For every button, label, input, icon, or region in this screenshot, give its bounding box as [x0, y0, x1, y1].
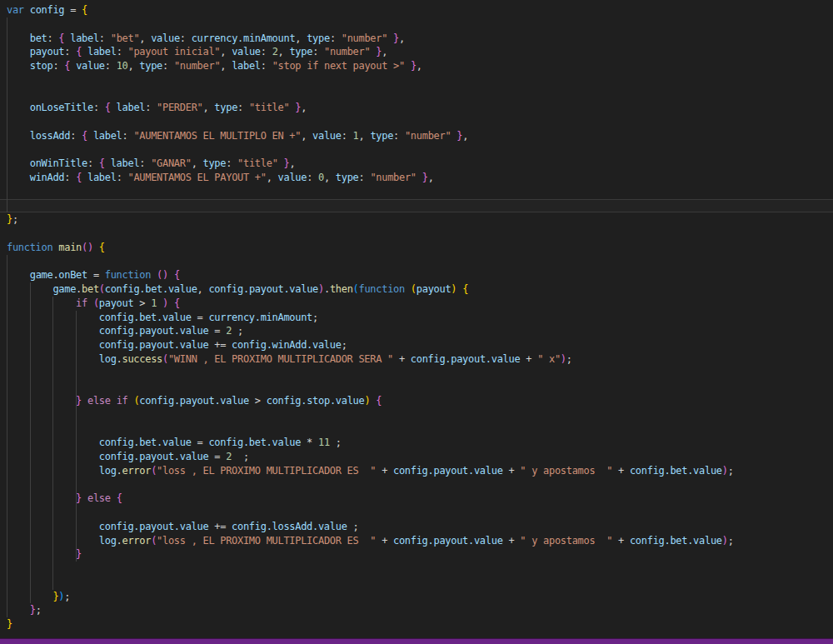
indent-guide: [7, 17, 7, 213]
code-line[interactable]: config.payout.value = 2 ;: [0, 324, 833, 338]
code-line[interactable]: if (payout > 1 ) {: [0, 297, 833, 311]
code-line[interactable]: onLoseTitle: { label: "PERDER", type: "t…: [0, 101, 833, 115]
code-line[interactable]: [0, 185, 833, 199]
code-line[interactable]: function main() {: [0, 241, 833, 255]
code-line[interactable]: [0, 115, 833, 129]
code-line[interactable]: [0, 562, 833, 576]
code-line[interactable]: [0, 576, 833, 590]
code-line[interactable]: stop: { value: 10, type: "number", label…: [0, 59, 833, 73]
code-line[interactable]: log.error("loss , EL PROXIMO MULTIPLICAD…: [0, 534, 833, 548]
indent-guide: [7, 255, 7, 618]
code-line[interactable]: config.bet.value = config.bet.value * 11…: [0, 436, 833, 450]
code-line[interactable]: } else if (config.payout.value > config.…: [0, 394, 833, 408]
code-line[interactable]: };: [0, 603, 833, 617]
code-line[interactable]: [0, 255, 833, 269]
code-line[interactable]: } else {: [0, 492, 833, 506]
code-line[interactable]: config.payout.value = 2 ;: [0, 450, 833, 464]
status-bar[interactable]: [0, 638, 833, 644]
code-line[interactable]: log.success("WINN , EL PROXIMO MULTIPLIC…: [0, 352, 833, 367]
code-line[interactable]: payout: { label: "payout inicial", value…: [0, 45, 833, 59]
indent-guide: [30, 282, 31, 603]
code-line[interactable]: [0, 17, 833, 32]
code-line[interactable]: log.error("loss , EL PROXIMO MULTIPLICAD…: [0, 464, 833, 478]
code-line[interactable]: }: [0, 617, 833, 632]
code-area[interactable]: payout: { label: "payout" value: 2, type…: [0, 0, 833, 638]
indent-guide: [52, 297, 53, 590]
current-line-highlight[interactable]: [0, 199, 833, 213]
code-line[interactable]: };: [0, 212, 833, 227]
code-line[interactable]: [0, 73, 833, 87]
code-editor: payout: { label: "payout" value: 2, type…: [0, 0, 833, 644]
code-line[interactable]: [0, 506, 833, 520]
code-line[interactable]: bet: { label: "bet", value: currency.min…: [0, 32, 833, 46]
code-line[interactable]: [0, 422, 833, 437]
code-line[interactable]: [0, 227, 833, 241]
code-line[interactable]: winAdd: { label: "AUMENTAMOS EL PAYOUT +…: [0, 171, 833, 185]
code-line[interactable]: config.bet.value = currency.minAmount;: [0, 311, 833, 325]
code-line[interactable]: config.payout.value += config.winAdd.val…: [0, 338, 833, 352]
code-line[interactable]: [0, 380, 833, 394]
code-line[interactable]: game.bet(config.bet.value, config.payout…: [0, 282, 833, 297]
code-line[interactable]: });: [0, 590, 833, 604]
code-line[interactable]: lossAdd: { label: "AUMENTAMOS EL MULTIPL…: [0, 129, 833, 143]
code-line[interactable]: onWinTitle: { label: "GANAR", type: "tit…: [0, 157, 833, 171]
code-line[interactable]: }: [0, 547, 833, 562]
code-line[interactable]: config.payout.value += config.lossAdd.va…: [0, 520, 833, 534]
code-line[interactable]: [0, 478, 833, 492]
code-line[interactable]: [0, 408, 833, 422]
code-line[interactable]: [0, 87, 833, 102]
code-line[interactable]: [0, 143, 833, 157]
indent-guide: [76, 311, 77, 562]
code-line[interactable]: [0, 367, 833, 381]
code-line[interactable]: game.onBet = function () {: [0, 268, 833, 282]
code-line[interactable]: var config = {: [0, 3, 833, 17]
